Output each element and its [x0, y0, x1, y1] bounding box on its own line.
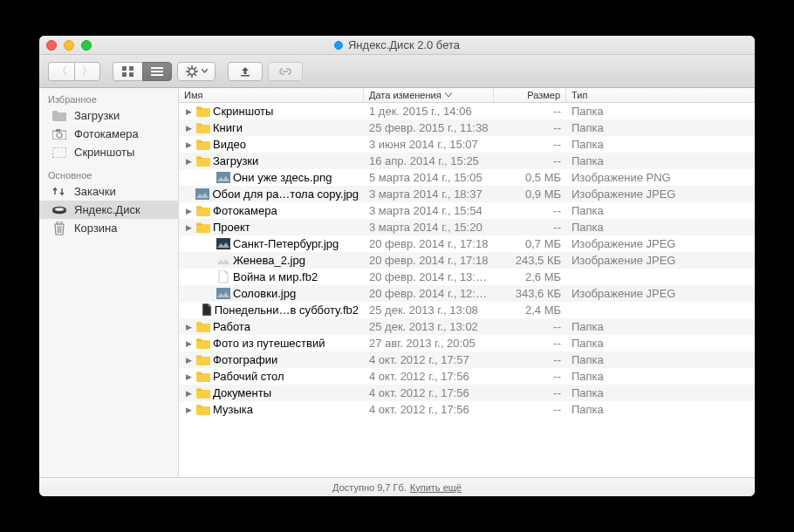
- chevron-left-icon: 〈: [57, 64, 67, 78]
- svg-point-26: [55, 208, 64, 211]
- file-row[interactable]: Соловки.jpg20 февр. 2014 г., 12:…343,6 К…: [179, 285, 755, 302]
- content-area: Избранное ЗагрузкиФотокамераСкриншоты Ос…: [39, 88, 755, 477]
- file-icon: [196, 403, 210, 417]
- svg-rect-19: [52, 111, 58, 114]
- svg-rect-27: [57, 222, 62, 224]
- disclosure-triangle[interactable]: ▶: [184, 207, 194, 215]
- file-date: 4 окт. 2012 г., 17:56: [364, 386, 494, 399]
- svg-point-22: [57, 133, 62, 138]
- trash-icon: [51, 222, 67, 235]
- link-icon: [278, 66, 292, 77]
- col-kind[interactable]: Тип: [566, 88, 755, 102]
- minimize-button[interactable]: [64, 40, 74, 51]
- disclosure-triangle[interactable]: ▶: [184, 107, 194, 116]
- file-icon: [196, 386, 210, 400]
- file-row[interactable]: ▶Фотографии4 окт. 2012 г., 17:57--Папка: [179, 351, 755, 368]
- zoom-button[interactable]: [81, 40, 92, 51]
- file-size: --: [494, 353, 566, 366]
- file-icon: [195, 188, 209, 201]
- file-row[interactable]: ▶Документы4 окт. 2012 г., 17:56--Папка: [179, 385, 755, 401]
- file-size: --: [494, 403, 566, 416]
- file-size: --: [494, 386, 566, 399]
- file-row[interactable]: Обои для ра…тола copy.jpg3 марта 2014 г.…: [179, 186, 755, 202]
- file-kind: Папка: [566, 386, 755, 399]
- disclosure-triangle[interactable]: ▶: [184, 157, 194, 166]
- file-date: 16 апр. 2014 г., 15:25: [364, 154, 494, 167]
- svg-line-13: [195, 74, 196, 76]
- file-row[interactable]: ▶Скриншоты1 дек. 2015 г., 14:06--Папка: [179, 103, 755, 119]
- file-icon: [196, 337, 210, 351]
- col-name[interactable]: Имя: [179, 88, 364, 102]
- file-name: Санкт-Петербург.jpg: [233, 237, 339, 250]
- sidebar-item[interactable]: Загрузки: [39, 106, 178, 125]
- file-row[interactable]: ▶Работа25 дек. 2013 г., 13:02--Папка: [179, 318, 755, 335]
- file-name: Они уже здесь.png: [233, 171, 332, 184]
- disclosure-triangle[interactable]: ▶: [184, 372, 194, 381]
- file-row[interactable]: ▶Музыка4 окт. 2012 г., 17:56--Папка: [179, 401, 755, 418]
- file-icon: [216, 237, 230, 251]
- back-button[interactable]: 〈: [48, 62, 74, 81]
- col-date[interactable]: Дата изменения: [364, 88, 494, 102]
- disclosure-triangle[interactable]: ▶: [184, 389, 194, 398]
- upload-button[interactable]: [228, 62, 263, 81]
- file-row[interactable]: ▶Загрузки16 апр. 2014 г., 15:25--Папка: [179, 153, 755, 169]
- file-row[interactable]: Понедельни…в субботу.fb225 дек. 2013 г.,…: [179, 302, 755, 318]
- file-row[interactable]: ▶Фотокамера3 марта 2014 г., 15:54--Папка: [179, 202, 755, 219]
- svg-rect-16: [241, 75, 250, 77]
- svg-line-14: [195, 67, 196, 69]
- disclosure-triangle[interactable]: ▶: [184, 140, 194, 149]
- file-date: 27 авг. 2013 г., 20:05: [364, 337, 494, 350]
- share-button[interactable]: [268, 62, 303, 81]
- svg-rect-42: [196, 324, 202, 324]
- file-size: --: [494, 121, 566, 134]
- svg-rect-38: [196, 224, 202, 225]
- file-row[interactable]: Война и мир.fb220 февр. 2014 г., 13:…2,6…: [179, 269, 755, 285]
- disclosure-triangle[interactable]: ▶: [184, 356, 194, 365]
- buy-more-link[interactable]: Купить ещё: [410, 482, 462, 493]
- disclosure-triangle[interactable]: ▶: [184, 223, 194, 232]
- file-name: Документы: [213, 386, 271, 399]
- file-list[interactable]: ▶Скриншоты1 дек. 2015 г., 14:06--Папка▶К…: [179, 103, 755, 477]
- list-view-button[interactable]: [142, 62, 172, 81]
- file-size: --: [494, 320, 566, 333]
- svg-rect-34: [196, 158, 202, 159]
- icon-view-button[interactable]: [113, 62, 142, 81]
- file-icon: [196, 154, 210, 168]
- file-date: 4 окт. 2012 г., 17:56: [364, 403, 494, 416]
- col-size[interactable]: Размер: [494, 88, 566, 102]
- disk-icon: [51, 204, 67, 216]
- sidebar-item[interactable]: Закачки: [39, 182, 178, 201]
- close-button[interactable]: [46, 40, 57, 51]
- forward-button[interactable]: 〉: [74, 62, 100, 81]
- file-row[interactable]: ▶Книги25 февр. 2015 г., 11:38--Папка: [179, 119, 755, 136]
- disclosure-triangle[interactable]: ▶: [184, 124, 194, 133]
- sidebar-item[interactable]: Скриншоты: [39, 143, 178, 161]
- sidebar-favorites-header: Избранное: [39, 91, 178, 106]
- disclosure-triangle[interactable]: ▶: [184, 323, 194, 331]
- file-kind: Папка: [566, 353, 755, 366]
- sidebar-item[interactable]: Корзина: [39, 219, 178, 237]
- file-row[interactable]: ▶Фото из путешествий27 авг. 2013 г., 20:…: [179, 335, 755, 351]
- file-size: 0,5 МБ: [494, 171, 566, 184]
- sidebar-item-label: Яндекс.Диск: [74, 203, 140, 216]
- sidebar-item[interactable]: Фотокамера: [39, 125, 178, 143]
- disclosure-triangle[interactable]: ▶: [184, 339, 194, 348]
- file-kind: Папка: [566, 138, 755, 151]
- svg-rect-40: [216, 255, 230, 266]
- file-row[interactable]: ▶Видео3 июня 2014 г., 15:07--Папка: [179, 136, 755, 153]
- list-icon: [151, 66, 163, 77]
- file-row[interactable]: ▶Рабочий стол4 окт. 2012 г., 17:56--Папк…: [179, 368, 755, 385]
- file-row[interactable]: Женева_2.jpg20 февр. 2014 г., 17:18243,5…: [179, 252, 755, 269]
- svg-line-15: [188, 74, 189, 76]
- disclosure-triangle[interactable]: ▶: [184, 406, 194, 414]
- svg-rect-6: [151, 74, 163, 76]
- titlebar[interactable]: Яндекс.Диск 2.0 бета: [39, 36, 755, 55]
- file-row[interactable]: Санкт-Петербург.jpg20 февр. 2014 г., 17:…: [179, 235, 755, 252]
- sidebar-item[interactable]: Яндекс.Диск: [39, 201, 178, 219]
- file-size: --: [494, 204, 566, 217]
- main-pane: Имя Дата изменения Размер Тип ▶Скриншоты…: [179, 88, 755, 477]
- file-row[interactable]: ▶Проект3 марта 2014 г., 15:20--Папка: [179, 219, 755, 235]
- action-dropdown[interactable]: [177, 62, 216, 81]
- file-icon: [196, 204, 210, 218]
- file-row[interactable]: Они уже здесь.png5 марта 2014 г., 15:050…: [179, 169, 755, 186]
